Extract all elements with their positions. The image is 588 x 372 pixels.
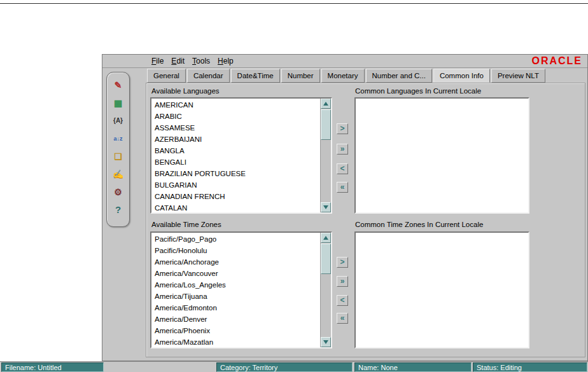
menu-bar: FileEditToolsHelp ORACLE — [102, 55, 587, 68]
oracle-logo: ORACLE — [531, 55, 582, 67]
tz-move-left-button[interactable]: < — [337, 295, 348, 306]
list-item[interactable]: AZERBAIJANI — [152, 134, 319, 145]
available-timezones-label: Available Time Zones — [151, 221, 221, 228]
available-timezones-items: Pacific/Pago_PagoPacific/HonoluluAmerica… — [152, 233, 319, 347]
list-item[interactable]: BRAZILIAN PORTUGUESE — [152, 168, 319, 179]
tz-move-right-button[interactable]: > — [337, 257, 348, 268]
tab-general[interactable]: General — [147, 69, 186, 83]
tab-monetary[interactable]: Monetary — [321, 69, 365, 83]
list-item[interactable]: CATALAN — [152, 202, 319, 212]
list-item[interactable]: Pacific/Pago_Pago — [152, 233, 319, 245]
tab-preview-nlt[interactable]: Preview NLT — [491, 69, 545, 83]
new-sort-icon[interactable]: a↓z — [110, 130, 127, 146]
tab-common-info[interactable]: Common Info — [433, 69, 490, 83]
list-item[interactable]: America/Los_Angeles — [152, 279, 319, 291]
down-arrow-icon — [323, 340, 328, 344]
scroll-up-button[interactable] — [321, 99, 331, 109]
common-timezones-items — [356, 233, 528, 347]
scroll-thumb[interactable] — [321, 109, 331, 140]
status-bar: Filename: Untitled Category: Territory N… — [0, 361, 588, 372]
available-timezones-list[interactable]: Pacific/Pago_PagoPacific/HonoluluAmerica… — [150, 231, 332, 348]
common-languages-items — [356, 99, 528, 212]
list-item[interactable]: Pacific/Honolulu — [152, 245, 319, 256]
app-window: FileEditToolsHelp ORACLE GeneralCalendar… — [102, 54, 588, 361]
up-arrow-icon — [323, 102, 328, 106]
tab-number-and-c[interactable]: Number and C... — [366, 69, 432, 83]
available-languages-items: AMERICANARABICASSAMESEAZERBAIJANIBANGLAB… — [152, 99, 319, 212]
menu-help[interactable]: Help — [218, 57, 234, 65]
open-file-icon[interactable]: ❏ — [110, 148, 127, 164]
list-item[interactable]: ARABIC — [152, 111, 319, 122]
lang-move-all-left-button[interactable]: « — [337, 182, 348, 193]
available-languages-label: Available Languages — [151, 87, 220, 95]
scroll-up-button[interactable] — [321, 233, 331, 243]
common-timezones-label: Common Time Zones In Current Locale — [355, 221, 483, 228]
tab-content-panel: Available Languages Common Languages In … — [146, 83, 585, 357]
scroll-down-button[interactable] — [321, 202, 331, 212]
list-item[interactable]: CANADIAN FRENCH — [152, 191, 319, 202]
available-timezones-scrollbar[interactable] — [320, 233, 331, 347]
new-charset-icon[interactable]: {A} — [110, 113, 127, 128]
list-item[interactable]: BULGARIAN — [152, 179, 319, 191]
new-language-icon[interactable]: ✎ — [110, 77, 127, 93]
tz-move-all-left-button[interactable]: « — [337, 313, 348, 324]
status-status: Status: Editing — [473, 362, 587, 372]
menu-edit[interactable]: Edit — [171, 57, 185, 65]
scroll-down-button[interactable] — [321, 337, 331, 347]
tab-calendar[interactable]: Calendar — [187, 69, 230, 83]
common-languages-label: Common Languages In Current Locale — [355, 87, 481, 95]
status-filename: Filename: Untitled — [1, 362, 104, 372]
tab-date-time[interactable]: Date&Time — [231, 69, 280, 83]
list-item[interactable]: ASSAMESE — [152, 122, 319, 134]
down-arrow-icon — [323, 205, 328, 209]
up-arrow-icon — [323, 236, 328, 240]
list-item[interactable]: America/Anchorage — [152, 256, 319, 268]
menu-file[interactable]: File — [151, 57, 164, 65]
status-name: Name: None — [354, 362, 472, 372]
list-item[interactable]: America/Phoenix — [152, 325, 319, 336]
tab-number[interactable]: Number — [281, 69, 320, 83]
list-item[interactable]: America/Denver — [152, 313, 319, 325]
common-languages-list[interactable] — [354, 97, 529, 214]
help-icon[interactable]: ? — [110, 202, 127, 217]
new-territory-icon[interactable]: ▦ — [110, 95, 127, 111]
list-item[interactable]: America/Vancouver — [152, 268, 319, 279]
menu-items: FileEditToolsHelp — [151, 55, 234, 67]
list-item[interactable]: America/Tijuana — [152, 291, 319, 302]
list-item[interactable]: BANGLA — [152, 145, 319, 156]
list-item[interactable]: America/Edmonton — [152, 302, 319, 313]
lang-move-all-right-button[interactable]: » — [337, 144, 348, 155]
preview-tool-icon[interactable]: ⚙ — [110, 184, 127, 200]
tab-bar: GeneralCalendarDate&TimeNumberMonetaryNu… — [147, 69, 547, 83]
available-languages-scrollbar[interactable] — [320, 99, 331, 212]
menu-tools[interactable]: Tools — [192, 57, 210, 65]
save-file-icon[interactable]: ✍ — [110, 166, 127, 182]
tz-move-all-right-button[interactable]: » — [337, 276, 348, 287]
list-item[interactable]: America/Mazatlan — [152, 336, 319, 347]
top-border-line — [0, 3, 588, 4]
left-toolbar: ✎▦{A}a↓z❏✍⚙? — [106, 72, 130, 227]
list-item[interactable]: BENGALI — [152, 156, 319, 168]
scroll-thumb[interactable] — [321, 244, 331, 274]
available-languages-list[interactable]: AMERICANARABICASSAMESEAZERBAIJANIBANGLAB… — [150, 97, 332, 214]
lang-move-right-button[interactable]: > — [337, 123, 348, 134]
common-timezones-list[interactable] — [354, 231, 529, 348]
list-item[interactable]: AMERICAN — [152, 99, 319, 111]
status-category: Category: Territory — [216, 362, 353, 372]
lang-move-left-button[interactable]: < — [337, 163, 348, 174]
